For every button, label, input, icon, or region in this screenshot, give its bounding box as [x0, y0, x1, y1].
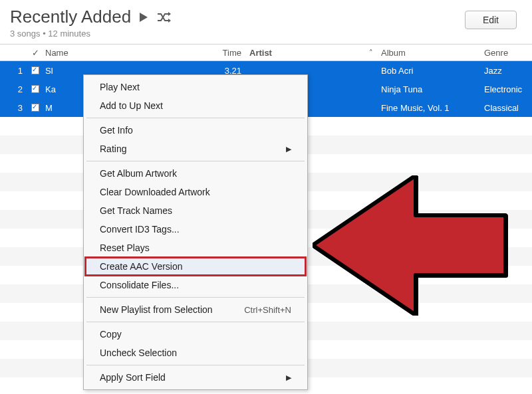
checkmark-icon	[31, 66, 39, 74]
play-icon[interactable]	[138, 11, 150, 23]
row-number: 3	[0, 103, 28, 113]
menu-get-info[interactable]: Get Info	[85, 121, 306, 140]
subtitle: 3 songs • 12 minutes	[10, 29, 171, 39]
menu-play-next[interactable]: Play Next	[85, 78, 306, 96]
menu-get-artwork[interactable]: Get Album Artwork	[85, 164, 306, 183]
menu-separator	[86, 322, 305, 322]
menu-label: Create AAC Version	[100, 261, 183, 272]
title-block: Recently Added 3 songs • 12 minutes	[10, 7, 171, 39]
col-artist[interactable]: Artist	[249, 48, 369, 58]
row-checkbox[interactable]	[28, 66, 43, 74]
row-number: 2	[0, 84, 28, 94]
menu-label: Reset Plays	[100, 243, 150, 253]
menu-label: Rating	[100, 144, 126, 154]
title-line: Recently Added	[10, 7, 171, 27]
svg-marker-0	[140, 13, 148, 22]
menu-label: Uncheck Selection	[100, 347, 177, 358]
col-album[interactable]: Album	[381, 48, 484, 58]
submenu-arrow-icon: ▶	[286, 145, 291, 153]
menu-clear-artwork[interactable]: Clear Downloaded Artwork	[85, 183, 306, 201]
row-genre: Electronic	[484, 84, 532, 94]
context-menu: Play Next Add to Up Next Get Info Rating…	[83, 74, 308, 390]
menu-apply-sort[interactable]: Apply Sort Field▶	[85, 368, 306, 387]
col-name[interactable]: Name	[43, 48, 209, 58]
menu-label: Clear Downloaded Artwork	[100, 187, 210, 197]
svg-marker-2	[168, 19, 171, 23]
menu-label: Add to Up Next	[100, 100, 163, 111]
menu-label: New Playlist from Selection	[100, 304, 213, 315]
row-checkbox[interactable]	[28, 85, 43, 93]
menu-get-track-names[interactable]: Get Track Names	[85, 201, 306, 220]
row-album: Bob Acri	[381, 66, 484, 76]
menu-convert-id3[interactable]: Convert ID3 Tags...	[85, 220, 306, 239]
menu-label: Convert ID3 Tags...	[100, 224, 180, 235]
col-time[interactable]: Time	[209, 48, 249, 58]
svg-marker-3	[313, 175, 505, 315]
menu-label: Get Info	[100, 125, 133, 136]
menu-separator	[86, 118, 305, 118]
menu-separator	[86, 161, 305, 161]
sort-indicator-icon[interactable]: ˄	[369, 49, 381, 57]
menu-new-playlist[interactable]: New Playlist from SelectionCtrl+Shift+N	[85, 300, 306, 319]
menu-add-up-next[interactable]: Add to Up Next	[85, 96, 306, 115]
menu-copy[interactable]: Copy	[85, 325, 306, 344]
page-title: Recently Added	[10, 7, 131, 27]
menu-separator	[86, 297, 305, 298]
row-number: 1	[0, 66, 28, 76]
checkmark-icon	[31, 85, 39, 93]
col-genre[interactable]: Genre	[484, 48, 532, 58]
row-checkbox[interactable]	[28, 104, 43, 112]
row-genre: Classical	[484, 103, 532, 113]
row-album: Fine Music, Vol. 1	[381, 103, 484, 113]
menu-label: Apply Sort Field	[100, 372, 166, 383]
menu-create-aac[interactable]: Create AAC Version	[85, 257, 306, 276]
svg-marker-1	[168, 12, 171, 16]
submenu-arrow-icon: ▶	[286, 373, 291, 382]
row-album: Ninja Tuna	[381, 84, 484, 94]
menu-label: Consolidate Files...	[100, 280, 179, 290]
menu-shortcut: Ctrl+Shift+N	[244, 305, 291, 315]
row-genre: Jazz	[484, 66, 532, 76]
menu-label: Play Next	[100, 82, 140, 92]
menu-separator	[86, 365, 305, 365]
menu-reset-plays[interactable]: Reset Plays	[85, 239, 306, 257]
edit-button[interactable]: Edit	[465, 11, 517, 29]
menu-label: Get Album Artwork	[100, 168, 177, 179]
shuffle-icon[interactable]	[156, 11, 171, 23]
menu-consolidate[interactable]: Consolidate Files...	[85, 276, 306, 294]
checkmark-icon	[31, 104, 39, 112]
menu-rating[interactable]: Rating▶	[85, 140, 306, 158]
header: Recently Added 3 songs • 12 minutes Edit	[0, 0, 532, 44]
col-check[interactable]: ✓	[28, 48, 43, 58]
instruction-arrow-icon	[313, 175, 512, 318]
menu-uncheck[interactable]: Uncheck Selection	[85, 344, 306, 362]
column-headers: ✓ Name Time Artist ˄ Album Genre	[0, 44, 532, 61]
menu-label: Copy	[100, 329, 122, 340]
menu-label: Get Track Names	[100, 205, 172, 216]
